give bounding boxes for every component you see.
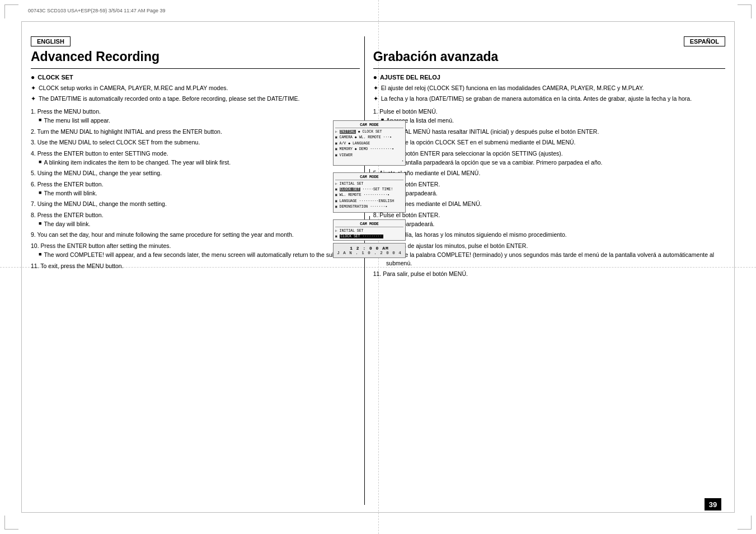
step-es-4-sub: ■ En la pantalla parpadeará la opción qu…	[381, 158, 725, 167]
file-info: 00743C SCD103 USA+ESP(28-59) 3/5/04 11:4…	[28, 8, 165, 13]
screen-3-sub: ▷ INITIAL SET	[335, 228, 403, 233]
english-lang-label: ENGLISH	[31, 36, 71, 46]
sq-icon-8: ■	[39, 220, 41, 227]
step-en-5: 5. Using the MENU DIAL, change the year …	[31, 169, 360, 177]
screen-1: CAM MODE ▷ INITIAL ◆ CLOCK SET ▣ CAMERA …	[333, 120, 406, 166]
main-content: ENGLISH Advanced Recording ● CLOCK SET ✦…	[31, 36, 725, 505]
step-es-8-sub: ■ El día parpadeará.	[381, 220, 725, 228]
sq-icon-4: ■	[39, 158, 41, 166]
screen-3-content: ▣ CLOCK SET ·········	[335, 234, 403, 238]
clock-bullet-es-2: ✦ La fecha y la hora (DATE/TIME) se grab…	[373, 95, 725, 103]
screen-1-title: CAM MODE	[335, 123, 403, 128]
step-en-1-sub: ■ The menu list will appear.	[39, 116, 360, 125]
trim-tl-v	[4, 4, 5, 18]
step-es-11: 11. Para salir, pulse el botón MENÚ.	[373, 270, 725, 278]
step-en-1: 1. Press the MENU button. ■ The menu lis…	[31, 107, 360, 124]
clock-set-heading: ● CLOCK SET	[31, 73, 360, 81]
spanish-steps: 1. Pulse el botón MENÚ. ■ Aparece la lis…	[373, 107, 725, 278]
clock-bullet-icon: ●	[31, 73, 35, 81]
step-en-6-sub: ■ The month will blink.	[39, 189, 360, 198]
trim-bl-v	[4, 516, 5, 530]
date-display: J A N . 1 0 . 2 0 0 4	[336, 251, 403, 255]
sq-icon-10: ■	[39, 251, 41, 258]
step-es-10: 10. Después de ajustar los minutos, puls…	[373, 242, 725, 267]
trim-tr-v	[751, 4, 752, 18]
english-divider	[31, 68, 360, 69]
step-en-3: 3. Use the MENU DIAL to select CLOCK SET…	[31, 138, 360, 147]
step-es-8: 8. Pulse el botón ENTER. ■ El día parpad…	[373, 211, 725, 228]
step-es-6: 6. Pulse el botón ENTER. ■ El mes parpad…	[373, 180, 725, 197]
step-en-2: 2. Turn the MENU DIAL to highlight INITI…	[31, 128, 360, 136]
step-es-1: 1. Pulse el botón MENÚ. ■ Aparece la lis…	[373, 107, 725, 124]
diamond-icon-2: ✦	[31, 95, 36, 103]
screen-1-content: ▷ INITIAL ◆ CLOCK SET ▣ CAMERA ◆ WL. REM…	[335, 129, 403, 163]
english-title: Advanced Recording	[31, 49, 360, 64]
clock-bullet-2: ✦ The DATE/TIME is automatically recorde…	[31, 95, 360, 103]
screen-2-title: CAM MODE	[335, 175, 403, 180]
trim-tl-h	[4, 4, 18, 5]
spanish-title: Grabación avanzada	[373, 49, 725, 64]
step-es-1-sub: ■ Aparece la lista del menú.	[381, 116, 725, 125]
screen-3: CAM MODE ▷ INITIAL SET ▣ CLOCK SET ·····…	[333, 219, 406, 241]
step-en-11: 11. To exit, press the MENU button.	[31, 262, 360, 270]
step-es-5: 5. Ajuste el año mediante el DIAL MENÚ.	[373, 169, 725, 177]
diamond-icon-es-2: ✦	[373, 95, 378, 103]
step-en-4: 4. Press the ENTER button to enter SETTI…	[31, 149, 360, 166]
step-es-4: 4 . Pulse el botón ENTER para selecciona…	[373, 149, 725, 166]
step-es-3: 3. Seleccione la opción CLOCK SET en el …	[373, 138, 725, 147]
time-display: 1 2 : 0 0 AM	[336, 246, 403, 251]
diamond-icon-1: ✦	[31, 84, 36, 92]
step-es-10-sub: ■ Aparece la palabra COMPLETE! (terminad…	[381, 251, 725, 267]
ajuste-heading: ● AJUSTE DEL RELOJ	[373, 73, 725, 81]
page-number-badge: 39	[705, 498, 721, 510]
screen-2: CAM MODE ▷ INITIAL SET ▣ CLOCK SET ·····…	[333, 172, 406, 213]
clock-bullet-es-1: ✦ El ajuste del reloj (CLOCK SET) funcio…	[373, 84, 725, 92]
step-en-8-sub: ■ The day will blink.	[39, 220, 360, 228]
step-es-7: 7. Ajuste el mes mediante el DIAL MENÚ.	[373, 200, 725, 208]
step-en-4-sub: ■ A blinking item indicates the item to …	[39, 158, 360, 167]
step-en-6: 6. Press the ENTER button. ■ The month w…	[31, 180, 360, 197]
trim-br-h	[738, 529, 752, 530]
english-steps: 1. Press the MENU button. ■ The menu lis…	[31, 107, 360, 270]
english-column: ENGLISH Advanced Recording ● CLOCK SET ✦…	[31, 36, 364, 505]
trim-br-v	[751, 516, 752, 530]
step-es-2: 2. Gire el DIAL MENÚ hasta resaltar INIT…	[373, 128, 725, 136]
step-en-8: 8. Press the ENTER button. ■ The day wil…	[31, 211, 360, 228]
trim-bl-h	[4, 529, 18, 530]
diamond-icon-es-1: ✦	[373, 84, 378, 92]
date-time-screen: 1 2 : 0 0 AM J A N . 1 0 . 2 0 0 4	[333, 243, 406, 258]
step-es-9: 9. Ajuste el día, las horas y los minuto…	[373, 231, 725, 239]
spanish-divider	[373, 68, 725, 69]
spanish-lang-label-wrapper: ESPAÑOL	[373, 36, 725, 46]
clock-bullet-1: ✦ CLOCK setup works in CAMERA, PLAYER, M…	[31, 84, 360, 92]
screen-2-sub: ▷ INITIAL SET	[335, 181, 403, 186]
sq-icon-6: ■	[39, 189, 41, 196]
step-en-7: 7. Using the MENU DIAL, change the month…	[31, 200, 360, 208]
step-es-6-sub: ■ El mes parpadeará.	[381, 189, 725, 198]
screen-3-title: CAM MODE	[335, 222, 403, 227]
spanish-column: ESPAÑOL Grabación avanzada ● AJUSTE DEL …	[364, 36, 725, 505]
step-en-10: 10. Press the ENTER button after setting…	[31, 242, 360, 259]
spanish-lang-label: ESPAÑOL	[684, 36, 725, 46]
ajuste-bullet-icon: ●	[373, 73, 377, 81]
camera-screens: CAM MODE ▷ INITIAL ◆ CLOCK SET ▣ CAMERA …	[333, 120, 406, 258]
step-en-9: 9. You can set the day, hour and minute …	[31, 231, 360, 239]
sq-icon-1: ■	[39, 116, 41, 124]
screen-2-content: ▣ CLOCK SET ·····SET TIME! ▣ WL. REMOTE …	[335, 187, 403, 210]
step-en-10-sub: ■ The word COMPLETE! will appear, and a …	[39, 251, 360, 259]
trim-tr-h	[738, 4, 752, 5]
